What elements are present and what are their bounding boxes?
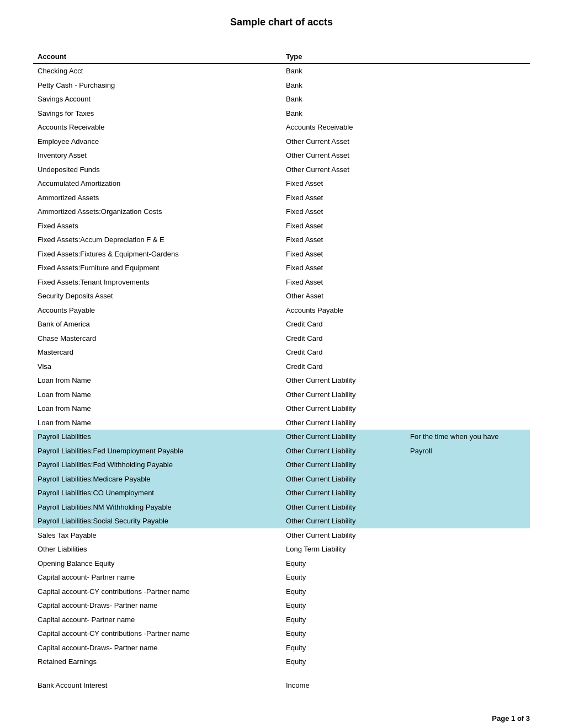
table-row: Fixed Assets:Furniture and EquipmentFixe… bbox=[33, 261, 530, 275]
type-cell: Equity bbox=[282, 613, 406, 627]
account-cell: Ammortized Assets:Organization Costs bbox=[33, 205, 282, 219]
account-cell: Capital account-CY contributions -Partne… bbox=[33, 627, 282, 641]
type-cell: Fixed Asset bbox=[282, 205, 406, 219]
table-row: Employee AdvanceOther Current Asset bbox=[33, 135, 530, 149]
table-row: Loan from NameOther Current Liability bbox=[33, 416, 530, 430]
table-row: Payroll Liabilities:Fed Withholding Paya… bbox=[33, 458, 530, 472]
note-cell bbox=[406, 402, 530, 416]
note-cell bbox=[406, 613, 530, 627]
type-cell: Fixed Asset bbox=[282, 247, 406, 261]
table-row: Undeposited FundsOther Current Asset bbox=[33, 163, 530, 177]
note-cell bbox=[406, 360, 530, 374]
table-row: Security Deposits AssetOther Asset bbox=[33, 289, 530, 303]
table-row: Ammortized AssetsFixed Asset bbox=[33, 191, 530, 205]
table-row: Bank of AmericaCredit Card bbox=[33, 317, 530, 331]
column-header-type: Type bbox=[282, 50, 406, 63]
type-cell: Accounts Receivable bbox=[282, 120, 406, 135]
type-cell: Fixed Asset bbox=[282, 275, 406, 290]
table-row: Sales Tax PayableOther Current Liability bbox=[33, 528, 530, 543]
account-cell: Accumulated Amortization bbox=[33, 176, 282, 191]
column-header-account: Account bbox=[33, 50, 282, 63]
account-cell: Loan from Name bbox=[33, 388, 282, 402]
account-cell: Payroll Liabilities:Medicare Payable bbox=[33, 472, 282, 486]
type-cell: Bank bbox=[282, 78, 406, 93]
account-cell: Ammortized Assets bbox=[33, 191, 282, 205]
note-cell bbox=[406, 261, 530, 275]
type-cell: Other Current Asset bbox=[282, 135, 406, 149]
account-cell: Bank of America bbox=[33, 317, 282, 331]
account-cell: Capital account-CY contributions -Partne… bbox=[33, 585, 282, 599]
account-cell: Opening Balance Equity bbox=[33, 556, 282, 571]
note-cell bbox=[406, 120, 530, 135]
table-row: Fixed Assets:Accum Depreciation F & EFix… bbox=[33, 233, 530, 247]
type-cell: Credit Card bbox=[282, 317, 406, 331]
note-cell bbox=[406, 345, 530, 360]
table-row: Accounts PayableAccounts Payable bbox=[33, 303, 530, 318]
account-cell: Payroll Liabilities:CO Unemployment bbox=[33, 486, 282, 500]
type-cell: Other Current Liability bbox=[282, 373, 406, 388]
note-cell bbox=[406, 669, 530, 693]
type-cell: Other Asset bbox=[282, 289, 406, 303]
note-cell bbox=[406, 598, 530, 613]
account-cell: Fixed Assets:Fixtures & Equipment-Garden… bbox=[33, 247, 282, 261]
note-cell bbox=[406, 205, 530, 219]
note-cell bbox=[406, 585, 530, 599]
note-cell bbox=[406, 247, 530, 261]
note-cell: For the time when you have bbox=[406, 430, 530, 444]
chart-table-container: Account Type Checking AcctBankPetty Cash… bbox=[33, 50, 530, 692]
table-row: MastercardCredit Card bbox=[33, 345, 530, 360]
page-title: Sample chart of accts bbox=[33, 17, 530, 28]
type-cell: Fixed Asset bbox=[282, 176, 406, 191]
table-row: Payroll Liabilities:CO UnemploymentOther… bbox=[33, 486, 530, 500]
table-row: VisaCredit Card bbox=[33, 360, 530, 374]
note-cell bbox=[406, 416, 530, 430]
type-cell: Other Current Liability bbox=[282, 486, 406, 500]
type-cell: Credit Card bbox=[282, 345, 406, 360]
account-cell: Accounts Payable bbox=[33, 303, 282, 318]
account-cell: Fixed Assets:Accum Depreciation F & E bbox=[33, 233, 282, 247]
type-cell: Other Current Liability bbox=[282, 402, 406, 416]
type-cell: Credit Card bbox=[282, 331, 406, 346]
note-cell bbox=[406, 78, 530, 93]
table-row: Opening Balance EquityEquity bbox=[33, 556, 530, 571]
table-row: Other LiabilitiesLong Term Liability bbox=[33, 542, 530, 556]
type-cell: Other Current Liability bbox=[282, 514, 406, 528]
type-cell: Equity bbox=[282, 655, 406, 669]
table-row: Capital account-CY contributions -Partne… bbox=[33, 627, 530, 641]
account-cell: Payroll Liabilities:NM Withholding Payab… bbox=[33, 500, 282, 515]
table-row: Accounts ReceivableAccounts Receivable bbox=[33, 120, 530, 135]
account-cell: Chase Mastercard bbox=[33, 331, 282, 346]
note-cell bbox=[406, 148, 530, 163]
table-row: Inventory AssetOther Current Asset bbox=[33, 148, 530, 163]
type-cell: Other Current Asset bbox=[282, 163, 406, 177]
account-cell: Fixed Assets:Tenant Improvements bbox=[33, 275, 282, 290]
note-cell bbox=[406, 63, 530, 78]
account-cell: Employee Advance bbox=[33, 135, 282, 149]
type-cell: Fixed Asset bbox=[282, 233, 406, 247]
account-cell: Accounts Receivable bbox=[33, 120, 282, 135]
account-cell: Undeposited Funds bbox=[33, 163, 282, 177]
type-cell: Bank bbox=[282, 63, 406, 78]
table-row: Fixed Assets:Tenant ImprovementsFixed As… bbox=[33, 275, 530, 290]
table-row: Accumulated AmortizationFixed Asset bbox=[33, 176, 530, 191]
type-cell: Bank bbox=[282, 106, 406, 121]
table-row: Payroll Liabilities:Fed Unemployment Pay… bbox=[33, 444, 530, 458]
account-cell: Fixed Assets bbox=[33, 219, 282, 233]
type-cell: Other Current Liability bbox=[282, 528, 406, 543]
type-cell: Income bbox=[282, 669, 406, 693]
table-row: Capital account- Partner nameEquity bbox=[33, 613, 530, 627]
type-cell: Other Current Liability bbox=[282, 430, 406, 444]
type-cell: Bank bbox=[282, 92, 406, 106]
type-cell: Equity bbox=[282, 641, 406, 655]
account-cell: Mastercard bbox=[33, 345, 282, 360]
account-cell: Payroll Liabilities:Fed Unemployment Pay… bbox=[33, 444, 282, 458]
type-cell: Equity bbox=[282, 598, 406, 613]
account-cell: Petty Cash - Purchasing bbox=[33, 78, 282, 93]
account-cell: Checking Acct bbox=[33, 63, 282, 78]
table-row: Savings for TaxesBank bbox=[33, 106, 530, 121]
account-cell: Savings Account bbox=[33, 92, 282, 106]
table-row: Payroll Liabilities:Social Security Paya… bbox=[33, 514, 530, 528]
table-row: Savings AccountBank bbox=[33, 92, 530, 106]
column-header-note bbox=[406, 50, 530, 63]
note-cell bbox=[406, 373, 530, 388]
